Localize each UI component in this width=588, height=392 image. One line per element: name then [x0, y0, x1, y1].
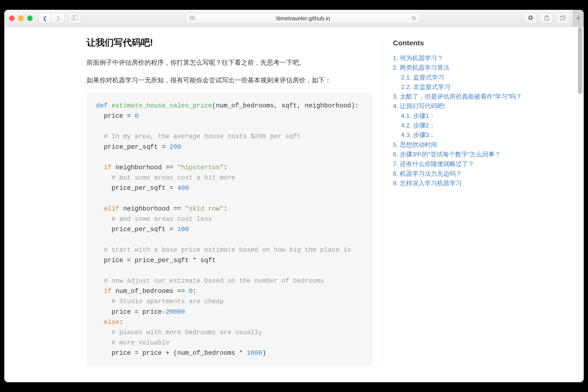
- address-bar-wrapper: itimetraveler.github.io ↻: [90, 13, 516, 24]
- toc-item[interactable]: 3. 太酷了，但是评估房价真能被看作"学习"吗？: [393, 92, 549, 101]
- toc-title: Contents: [393, 39, 549, 47]
- address-bar[interactable]: itimetraveler.github.io ↻: [186, 13, 420, 24]
- minimize-button[interactable]: [18, 16, 24, 21]
- code-line: price = price-: [96, 308, 166, 316]
- code-comment: # start with a base price estimate based…: [96, 246, 351, 254]
- code-num: 1000: [247, 350, 262, 357]
- toc-item[interactable]: 4.2. 步骤2：: [393, 120, 549, 130]
- code-string: "skid row": [185, 205, 224, 212]
- back-button[interactable]: ❮: [38, 13, 51, 24]
- toc-item[interactable]: 6. 步骤3中的"尝试每个数字"怎么回事？: [393, 150, 549, 159]
- share-icon: [544, 15, 549, 22]
- toc-item[interactable]: 4. 让我们写代码吧!: [393, 101, 549, 111]
- scrollbar-track[interactable]: [577, 27, 583, 382]
- code-colon: :: [193, 288, 196, 295]
- scrollbar-thumb[interactable]: [578, 27, 582, 94]
- titlebar: ❮ ❯ itimetraveler.github.io ↻: [4, 10, 584, 27]
- code-num: 0: [189, 288, 193, 295]
- toc-item[interactable]: 2.1. 监督式学习: [393, 72, 549, 82]
- page-inner: 让我们写代码吧! 前面例子中评估房价的程序，你打算怎么写呢？往下看之前，先思考一…: [39, 36, 549, 366]
- toc-item[interactable]: 4.3. 步骤3：: [393, 130, 549, 140]
- chevron-right-icon: ❯: [56, 15, 60, 22]
- code-keyword-if: if: [96, 164, 112, 171]
- toc-item[interactable]: 1. 何为机器学习？: [393, 53, 549, 63]
- code-params: (num_of_bedrooms, sqft, neighborhood):: [212, 102, 359, 109]
- toc-item[interactable]: 2.2. 非监督式学习: [393, 82, 549, 92]
- code-keyword-elif: elif: [96, 205, 119, 212]
- code-colon: :: [224, 164, 227, 171]
- code-keyword-def: def: [96, 102, 108, 109]
- article-para-2: 如果你对机器学习一无所知，很有可能你会尝试写出一些基本规则来评估房价，如下：: [87, 75, 373, 86]
- code-line: ): [262, 350, 266, 357]
- code-num: 100: [177, 226, 189, 233]
- code-comment: # Studio apartments are cheap: [96, 298, 224, 305]
- right-toolbar: [524, 13, 570, 24]
- code-comment: # and some areas cost less: [96, 216, 212, 223]
- svg-rect-0: [72, 15, 78, 20]
- chevron-left-icon: ❮: [43, 15, 47, 22]
- toc-item[interactable]: 2. 两类机器学习算法: [393, 63, 549, 72]
- sidebar-toggle-button[interactable]: [68, 13, 81, 24]
- browser-window: ❮ ❯ itimetraveler.github.io ↻: [4, 10, 584, 382]
- code-num: 20000: [166, 308, 185, 316]
- code-string: "hipsterton": [177, 164, 223, 171]
- article-para-1: 前面例子中评估房价的程序，你打算怎么写呢？往下看之前，先思考一下吧。: [87, 57, 373, 68]
- code-comment: # but some areas cost a bit more: [96, 174, 235, 182]
- code-colon: :: [224, 205, 227, 212]
- code-colon: :: [119, 319, 123, 326]
- code-num: 400: [177, 184, 189, 192]
- code-comment: # places with more bedrooms are usually: [96, 329, 262, 336]
- plus-icon: +: [576, 14, 581, 23]
- code-line: price = price_per_sqft * sqft: [96, 257, 216, 264]
- svg-rect-8: [560, 16, 564, 20]
- forward-button[interactable]: ❯: [52, 13, 65, 24]
- reload-icon[interactable]: ↻: [412, 15, 416, 22]
- code-funcname: estimate_house_sales_price: [112, 102, 212, 109]
- share-button[interactable]: [540, 13, 553, 24]
- code-line: price =: [96, 112, 135, 120]
- traffic-lights: [9, 16, 33, 21]
- nav-buttons: ❮ ❯: [38, 13, 65, 24]
- code-line: price_per_sqft =: [96, 184, 177, 192]
- code-line: price = price + (num_of_bedrooms *: [96, 350, 247, 357]
- toc-item[interactable]: 4.1. 步骤1：: [393, 111, 549, 120]
- toc-list: 1. 何为机器学习？2. 两类机器学习算法2.1. 监督式学习2.2. 非监督式…: [393, 53, 549, 188]
- toc-item[interactable]: 7. 还有什么你随便就略过了？: [393, 159, 549, 168]
- toc-item[interactable]: 9. 怎样深入学习机器学习: [393, 178, 549, 188]
- code-line: price_per_sqft =: [96, 144, 170, 151]
- tabs-button[interactable]: [557, 13, 570, 24]
- code-comment: # now adjust our estimate based on the n…: [96, 278, 324, 284]
- table-of-contents: Contents 1. 何为机器学习？2. 两类机器学习算法2.1. 监督式学习…: [382, 36, 549, 366]
- download-icon: [528, 15, 533, 22]
- code-block: def estimate_house_sales_price(num_of_be…: [87, 93, 373, 367]
- code-num: 200: [170, 144, 181, 151]
- content-area: 让我们写代码吧! 前面例子中评估房价的程序，你打算怎么写呢？往下看之前，先思考一…: [4, 27, 584, 382]
- page-scroll[interactable]: 让我们写代码吧! 前面例子中评估房价的程序，你打算怎么写呢？往下看之前，先思考一…: [4, 27, 584, 382]
- new-tab-button[interactable]: +: [573, 10, 584, 27]
- code-num: 0: [135, 112, 139, 120]
- code-text: num_of_bedrooms ==: [112, 288, 189, 295]
- code-line: price_per_sqft =: [96, 226, 177, 233]
- code-text: neighborhood ==: [112, 164, 177, 171]
- code-text: neighborhood ==: [119, 205, 185, 212]
- toc-item[interactable]: 8. 机器学习法力无边吗？: [393, 169, 549, 178]
- close-button[interactable]: [9, 16, 14, 21]
- code-comment: # In my area, the average house costs $2…: [96, 133, 301, 140]
- article: 让我们写代码吧! 前面例子中评估房价的程序，你打算怎么写呢？往下看之前，先思考一…: [87, 36, 373, 366]
- code-comment: # more valuable: [96, 339, 170, 346]
- zoom-button[interactable]: [27, 16, 33, 21]
- code-keyword-else: else: [96, 319, 119, 326]
- downloads-button[interactable]: [524, 13, 537, 24]
- code-keyword-if: if: [96, 288, 112, 295]
- sidebar-icon: [72, 15, 78, 22]
- tabs-icon: [560, 15, 566, 22]
- toc-item[interactable]: 5. 思想扰动时间: [393, 140, 549, 150]
- reader-mode-icon[interactable]: [190, 15, 195, 22]
- url-text: itimetraveler.github.io: [198, 15, 408, 22]
- article-heading: 让我们写代码吧!: [87, 36, 373, 49]
